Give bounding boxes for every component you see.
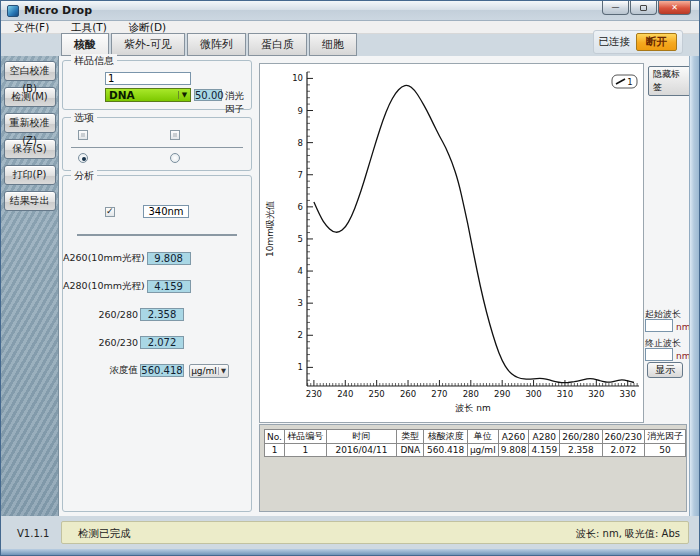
content-area: 样品信息 DNA ▼ 50.00 消光因子 选项 分析 — [59, 56, 691, 516]
table-cell: 2016/04/11 — [326, 444, 397, 457]
option-radio-2[interactable] — [170, 153, 180, 163]
menu-item-diagnostics[interactable]: 诊断(D) — [120, 21, 175, 33]
svg-text:波长 nm: 波长 nm — [455, 403, 490, 413]
analysis-row-value: 9.808 — [147, 252, 191, 265]
hide-labels-button[interactable]: 隐藏标签 — [648, 66, 691, 96]
start-wavelength-input[interactable] — [645, 319, 673, 332]
svg-text:280: 280 — [463, 389, 479, 399]
analysis-row: 260/2302.072 — [63, 336, 251, 349]
tab-nucleic-acid[interactable]: 核酸 — [61, 33, 109, 56]
svg-text:260: 260 — [400, 389, 416, 399]
table-header-cell: 时间 — [326, 430, 397, 444]
table-cell: 1 — [284, 444, 326, 457]
tab-protein[interactable]: 蛋白质 — [248, 33, 307, 56]
table-header-cell: 260/230 — [602, 430, 644, 444]
table-cell: 50 — [644, 444, 685, 457]
chart-legend[interactable]: 1 — [612, 75, 637, 88]
sidebar-button-blank-calibration[interactable]: 空白校准(B) — [4, 61, 56, 81]
svg-text:6: 6 — [298, 202, 303, 212]
table-header-cell: 单位 — [467, 430, 498, 444]
table-header-cell: 类型 — [397, 430, 424, 444]
results-table-panel: No.样品编号时间类型核酸浓度单位A260A280260/280260/230消… — [259, 424, 687, 512]
show-button[interactable]: 显示 — [647, 362, 683, 378]
sidebar-button-save[interactable]: 保存(S) — [4, 139, 56, 159]
analysis-title: 分析 — [71, 169, 97, 183]
svg-text:330: 330 — [620, 389, 636, 399]
sample-info-group: 样品信息 DNA ▼ 50.00 消光因子 — [62, 60, 252, 110]
unit-slot-empty — [189, 308, 229, 322]
disconnect-button[interactable]: 断开 — [636, 33, 677, 51]
title-bar: Micro Drop — ✕ — [1, 1, 699, 21]
option-checkbox-2[interactable] — [170, 130, 180, 140]
wavelength-input[interactable] — [143, 205, 189, 218]
svg-text:2: 2 — [298, 330, 303, 340]
status-message: 检测已完成 — [78, 527, 131, 541]
sidebar-button-print[interactable]: 打印(P) — [4, 165, 56, 185]
svg-text:320: 320 — [588, 389, 604, 399]
table-header-cell: 260/280 — [560, 430, 602, 444]
spectrum-chart[interactable]: 2302402502602702802903003103203301234567… — [259, 63, 644, 423]
sidebar-button-recalibrate[interactable]: 重新校准(Z) — [4, 113, 56, 133]
concentration-unit-value: µg/ml — [190, 366, 218, 376]
analysis-row-label: 浓度值 — [63, 364, 140, 377]
table-cell: 9.808 — [498, 444, 529, 457]
tab-strip-row: 核酸紫外-可见微阵列蛋白质细胞 已连接 断开 — [1, 34, 699, 56]
status-bar: V1.1.1 检测已完成 波长: nm, 吸光值: Abs — [1, 516, 699, 549]
results-table-head: No.样品编号时间类型核酸浓度单位A260A280260/280260/230消… — [265, 430, 686, 444]
close-button[interactable]: ✕ — [658, 1, 691, 15]
window-title: Micro Drop — [24, 4, 92, 17]
menu-item-file[interactable]: 文件(F) — [5, 21, 58, 33]
tab-cell[interactable]: 细胞 — [309, 33, 357, 56]
status-strip: 检测已完成 波长: nm, 吸光值: Abs — [61, 521, 689, 544]
unit-select-slot: µg/ml▼ — [189, 364, 229, 378]
svg-text:7: 7 — [298, 170, 303, 180]
table-cell: 2.358 — [560, 444, 602, 457]
svg-text:250: 250 — [369, 389, 385, 399]
analysis-row-value: 4.159 — [147, 280, 191, 293]
sample-id-input[interactable] — [105, 72, 191, 85]
table-cell: 2.072 — [602, 444, 644, 457]
option-checkbox-1[interactable] — [78, 130, 88, 140]
table-cell: 1 — [265, 444, 285, 457]
wavelength-checkbox[interactable] — [105, 207, 115, 217]
unit-slot-empty — [196, 280, 236, 294]
option-radio-1[interactable] — [78, 153, 88, 163]
concentration-unit-select[interactable]: µg/ml▼ — [189, 364, 229, 378]
sidebar-button-export-results[interactable]: 结果导出 — [4, 191, 56, 211]
table-cell: DNA — [397, 444, 424, 457]
analysis-row-value: 2.358 — [140, 308, 184, 321]
extinction-factor-label: 消光因子 — [225, 90, 251, 116]
tab-microarray[interactable]: 微阵列 — [187, 33, 246, 56]
analysis-row-label: A260(10mm光程) — [63, 252, 147, 265]
spectrum-plot: 2302402502602702802903003103203301234567… — [260, 64, 643, 422]
chevron-down-icon: ▼ — [218, 367, 228, 375]
spectrum-curve — [314, 85, 634, 382]
tab-strip: 核酸紫外-可见微阵列蛋白质细胞 — [61, 33, 359, 56]
svg-text:230: 230 — [306, 389, 322, 399]
svg-text:1: 1 — [298, 362, 303, 372]
sample-type-value: DNA — [106, 89, 178, 101]
table-cell: 560.418 — [424, 444, 467, 457]
svg-text:3: 3 — [298, 298, 303, 308]
analysis-row-label: 260/230 — [63, 337, 140, 348]
minimize-button[interactable]: — — [602, 1, 629, 15]
sample-type-select[interactable]: DNA ▼ — [105, 88, 191, 102]
tab-uv-vis[interactable]: 紫外-可见 — [111, 33, 185, 56]
maximize-button[interactable] — [630, 1, 657, 15]
table-header-cell: No. — [265, 430, 285, 444]
unit-slot-empty — [189, 336, 229, 350]
svg-text:10: 10 — [292, 73, 303, 83]
sidebar-button-measure[interactable]: 检测(M) — [4, 87, 56, 107]
svg-text:8: 8 — [298, 138, 303, 148]
end-wavelength-input[interactable] — [645, 348, 673, 361]
window-frame-right — [689, 56, 699, 516]
maximize-icon — [640, 5, 647, 11]
version-label: V1.1.1 — [17, 528, 49, 539]
table-cell: 4.159 — [529, 444, 560, 457]
table-row[interactable]: 112016/04/11DNA560.418µg/ml9.8084.1592.3… — [265, 444, 686, 457]
svg-text:10mm吸光值: 10mm吸光值 — [265, 201, 275, 257]
window-frame-bottom — [1, 549, 699, 555]
table-header-cell: 核酸浓度 — [424, 430, 467, 444]
menu-item-tools[interactable]: 工具(T) — [62, 21, 116, 33]
unit-slot-empty — [196, 252, 236, 266]
